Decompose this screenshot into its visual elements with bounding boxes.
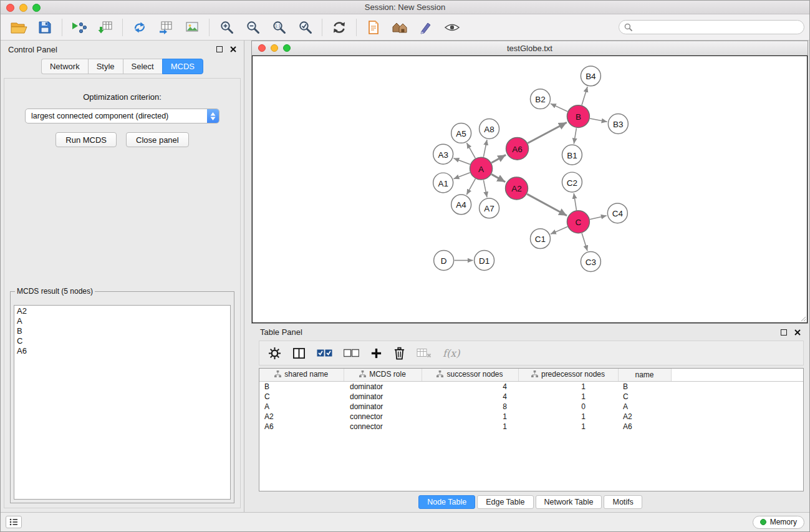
search-input[interactable] bbox=[635, 23, 799, 32]
column-header-mcds-role[interactable]: MCDS role bbox=[344, 369, 422, 381]
mcds-result-list[interactable]: A2ABCA6 bbox=[14, 305, 231, 500]
open-session-button[interactable] bbox=[6, 17, 32, 38]
show-column-button[interactable] bbox=[292, 347, 306, 359]
column-header-predecessor-nodes[interactable]: predecessor nodes bbox=[518, 369, 618, 381]
graph-edge-A-A1[interactable] bbox=[453, 173, 470, 179]
close-panel-x-button[interactable] bbox=[230, 46, 236, 52]
close-table-panel-button[interactable] bbox=[794, 329, 801, 336]
network-minimize-button[interactable] bbox=[271, 44, 278, 52]
tab-style[interactable]: Style bbox=[88, 59, 123, 74]
graph-edge-C-C4[interactable] bbox=[590, 216, 607, 220]
graph-node-C2[interactable]: C2 bbox=[562, 172, 582, 192]
deselect-all-columns-button[interactable] bbox=[344, 349, 359, 357]
graph-node-D1[interactable]: D1 bbox=[475, 251, 494, 271]
graph-node-D[interactable]: D bbox=[434, 251, 454, 271]
mcds-result-item[interactable]: C bbox=[17, 336, 228, 346]
graph-node-A5[interactable]: A5 bbox=[451, 123, 471, 143]
graph-edge-A-A3[interactable] bbox=[453, 158, 470, 165]
table-row[interactable]: Bdominator41B bbox=[259, 381, 803, 392]
resize-grip-icon[interactable] bbox=[799, 314, 806, 322]
tab-node-table[interactable]: Node Table bbox=[418, 495, 475, 509]
memory-button[interactable]: Memory bbox=[753, 516, 804, 529]
select-all-columns-button[interactable] bbox=[317, 349, 332, 357]
network-canvas[interactable]: B4B2BB3A5A8A6B1A3AC2A1A2A4A7C4CC1C3DD1 bbox=[252, 56, 808, 323]
overview-button[interactable] bbox=[387, 17, 413, 38]
graph-node-A4[interactable]: A4 bbox=[451, 195, 471, 215]
graph-node-B[interactable]: B bbox=[567, 105, 589, 128]
graph-node-A7[interactable]: A7 bbox=[480, 198, 499, 218]
run-mcds-button[interactable]: Run MCDS bbox=[55, 132, 117, 147]
graph-edge-A2-C[interactable] bbox=[527, 194, 567, 216]
graph-node-C1[interactable]: C1 bbox=[530, 229, 550, 249]
zoom-out-button[interactable] bbox=[239, 17, 266, 38]
snapshot-button[interactable] bbox=[360, 17, 387, 38]
export-image-button[interactable] bbox=[179, 17, 205, 38]
mcds-result-item[interactable]: A6 bbox=[17, 346, 228, 356]
zoom-in-button[interactable] bbox=[213, 17, 239, 38]
table-settings-button[interactable] bbox=[268, 347, 281, 360]
mcds-result-item[interactable]: B bbox=[17, 326, 228, 336]
annotation-button[interactable] bbox=[413, 17, 439, 38]
graph-node-A1[interactable]: A1 bbox=[433, 173, 453, 193]
graph-node-C4[interactable]: C4 bbox=[607, 203, 627, 223]
visibility-button[interactable] bbox=[439, 17, 465, 38]
graph-node-A3[interactable]: A3 bbox=[433, 144, 453, 164]
tab-mcds[interactable]: MCDS bbox=[162, 59, 203, 74]
graph-edge-C-C3[interactable] bbox=[582, 233, 587, 251]
graph-edge-A-A4[interactable] bbox=[466, 179, 475, 195]
tab-network-table[interactable]: Network Table bbox=[536, 495, 602, 509]
graph-node-A2[interactable]: A2 bbox=[506, 177, 528, 200]
table-row[interactable]: Adominator80A bbox=[259, 402, 803, 412]
task-history-button[interactable] bbox=[6, 516, 22, 528]
graph-node-C[interactable]: C bbox=[567, 211, 589, 233]
graph-edge-A6-B[interactable] bbox=[528, 122, 567, 143]
graph-edge-B-B3[interactable] bbox=[590, 118, 607, 122]
graph-node-A8[interactable]: A8 bbox=[480, 119, 499, 139]
maximize-window-button[interactable] bbox=[32, 4, 41, 12]
mcds-result-item[interactable]: A bbox=[17, 316, 228, 326]
column-header-successor-nodes[interactable]: successor nodes bbox=[422, 369, 518, 381]
tab-network[interactable]: Network bbox=[41, 59, 88, 74]
tab-motifs[interactable]: Motifs bbox=[604, 495, 642, 509]
graph-edge-C-C1[interactable] bbox=[551, 226, 567, 234]
graph-edge-B-B4[interactable] bbox=[582, 87, 587, 105]
graph-edge-A-A2[interactable] bbox=[491, 174, 505, 181]
graph-edge-A-A5[interactable] bbox=[466, 143, 475, 158]
network-maximize-button[interactable] bbox=[283, 44, 291, 52]
graph-node-B1[interactable]: B1 bbox=[562, 145, 582, 165]
delete-column-button[interactable] bbox=[393, 347, 405, 360]
graph-edge-A-A7[interactable] bbox=[483, 180, 487, 198]
table-row[interactable]: Cdominator41C bbox=[259, 392, 803, 402]
tab-edge-table[interactable]: Edge Table bbox=[477, 495, 533, 509]
minimize-window-button[interactable] bbox=[19, 4, 27, 12]
close-window-button[interactable] bbox=[6, 4, 14, 12]
create-column-button[interactable] bbox=[370, 347, 382, 359]
float-panel-button[interactable] bbox=[216, 46, 223, 52]
graph-node-B4[interactable]: B4 bbox=[581, 66, 600, 86]
graph-node-B3[interactable]: B3 bbox=[608, 114, 628, 134]
graph-edge-A-A6[interactable] bbox=[491, 155, 506, 163]
graph-edge-B-B1[interactable] bbox=[574, 128, 576, 143]
network-merge-button[interactable] bbox=[127, 17, 153, 38]
graph-edge-A-A8[interactable] bbox=[483, 140, 487, 157]
graph-node-B2[interactable]: B2 bbox=[530, 89, 550, 109]
close-panel-button[interactable]: Close panel bbox=[126, 132, 189, 147]
mcds-result-item[interactable]: A2 bbox=[17, 306, 228, 316]
export-table-button[interactable] bbox=[153, 17, 179, 38]
tab-select[interactable]: Select bbox=[123, 59, 162, 74]
graph-node-C3[interactable]: C3 bbox=[581, 252, 600, 272]
graph-edge-C-C2[interactable] bbox=[574, 193, 576, 210]
graph-node-A[interactable]: A bbox=[470, 157, 493, 180]
table-row[interactable]: A6connector11A6 bbox=[259, 422, 803, 432]
column-header-name[interactable]: name bbox=[618, 369, 671, 381]
criterion-dropdown[interactable]: largest connected component (directed) bbox=[25, 109, 219, 123]
save-session-button[interactable] bbox=[32, 17, 58, 38]
column-header-shared-name[interactable]: shared name bbox=[259, 369, 344, 381]
zoom-selected-button[interactable] bbox=[292, 17, 318, 38]
table-row[interactable]: A2connector11A2 bbox=[259, 412, 803, 422]
refresh-button[interactable] bbox=[326, 17, 352, 38]
import-table-button[interactable] bbox=[92, 17, 118, 38]
graph-node-A6[interactable]: A6 bbox=[506, 137, 529, 160]
graph-edge-B-B2[interactable] bbox=[551, 104, 567, 112]
zoom-fit-button[interactable]: 1:1 bbox=[266, 17, 292, 38]
